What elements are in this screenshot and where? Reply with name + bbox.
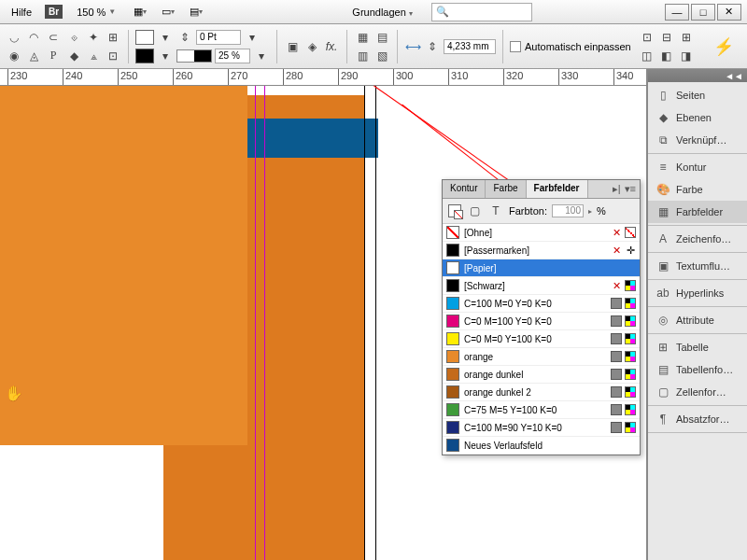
panel-swatches[interactable]: ▦Farbfelder [648, 201, 747, 223]
panel-links[interactable]: ⧉Verknüpf… [648, 129, 747, 151]
tool-icon[interactable]: ◠ [25, 29, 42, 46]
chevron-down-icon[interactable]: ▾ [157, 29, 174, 46]
textwrap-icon[interactable]: ▦ [354, 29, 371, 46]
tool-icon[interactable]: P [45, 48, 62, 64]
effects-icon[interactable]: ▣ [284, 38, 301, 55]
swatch-row[interactable]: C=100 M=0 Y=0 K=0 [443, 295, 640, 313]
fx-icon[interactable]: fx. [323, 38, 340, 55]
panel-pages[interactable]: ▯Seiten [648, 84, 747, 106]
shape-rect[interactable] [0, 86, 247, 445]
chevron-down-icon[interactable]: ▾ [253, 48, 270, 64]
swatch-row[interactable]: orange [443, 348, 640, 366]
tab-color[interactable]: Farbe [486, 180, 526, 198]
swatch-row[interactable]: C=0 M=0 Y=100 K=0 [443, 330, 640, 348]
guide-vertical[interactable] [264, 86, 265, 560]
swatch-row[interactable]: orange dunkel 2 [443, 384, 640, 401]
panel-menu-icon[interactable]: ▾≡ [625, 183, 636, 195]
formatting-container-icon[interactable]: ▢ [466, 203, 483, 219]
swatch-row[interactable]: [Papier] [443, 259, 640, 277]
guide-vertical[interactable] [375, 86, 376, 560]
fit-icon[interactable]: ⊡ [639, 29, 655, 46]
opacity-input[interactable]: 25 % [215, 49, 250, 63]
swatch-row[interactable]: C=0 M=100 Y=0 K=0 [443, 313, 640, 330]
swatch-row[interactable]: [Passermarken]✕✛ [443, 242, 640, 259]
guide-vertical[interactable] [255, 86, 256, 560]
stepper-icon[interactable]: ⇕ [176, 29, 193, 46]
ruler-tick: 300 [393, 69, 413, 85]
panel-parastyles[interactable]: ¶Absatzfor… [648, 408, 747, 430]
sidebar-collapse[interactable]: ◄◄ [648, 69, 747, 82]
screen-mode-icon[interactable]: ▭▾ [158, 2, 178, 22]
swatch-list[interactable]: [Ohne]✕[Passermarken]✕✛[Papier][Schwarz]… [443, 224, 640, 455]
panel-layers[interactable]: ◆Ebenen [648, 106, 747, 129]
swatch-row[interactable]: C=75 M=5 Y=100 K=0 [443, 401, 640, 419]
search-input[interactable]: 🔍 [431, 3, 532, 21]
arrange-icon[interactable]: ▤▾ [186, 2, 206, 22]
shape-rect[interactable] [247, 119, 378, 158]
stroke-swatch[interactable] [135, 49, 154, 63]
width-input[interactable]: 4,233 mm [444, 39, 496, 54]
chevron-down-icon[interactable]: ▾ [157, 48, 174, 64]
textwrap-icon[interactable]: ▥ [354, 48, 371, 64]
swatch-flags [611, 333, 636, 344]
horizontal-ruler[interactable]: 230240250260270280290300310320330340 [0, 69, 646, 86]
fill-stroke-toggle[interactable] [448, 204, 461, 217]
chevron-right-icon[interactable]: ▸ [588, 207, 592, 216]
maximize-button[interactable]: □ [691, 4, 715, 21]
panel-hyperlinks[interactable]: abHyperlinks [648, 282, 747, 304]
view-options-icon[interactable]: ▦▾ [130, 2, 150, 22]
guide-vertical[interactable] [364, 86, 365, 560]
tool-icon[interactable]: ✦ [85, 29, 102, 46]
panel-tablestyles[interactable]: ▤Tabellenfo… [648, 358, 747, 381]
tool-icon[interactable]: ◡ [6, 29, 22, 46]
minimize-button[interactable]: — [665, 4, 689, 21]
close-button[interactable]: ✕ [717, 4, 741, 21]
fit-icon[interactable]: ◫ [639, 48, 655, 64]
fit-icon[interactable]: ◨ [678, 48, 695, 64]
panel-textwrap[interactable]: ▣Textumflu… [648, 255, 747, 277]
workspace-select[interactable]: Grundlagen ▾ [346, 5, 418, 20]
tool-icon[interactable]: ◬ [25, 48, 42, 64]
panel-table[interactable]: ⊞Tabelle [648, 336, 747, 358]
fit-icon[interactable]: ◧ [658, 48, 675, 64]
tint-input[interactable]: 100 [552, 204, 584, 217]
tab-stroke[interactable]: Kontur [443, 180, 486, 198]
bridge-badge[interactable]: Br [45, 5, 63, 19]
tool-icon[interactable]: ◆ [65, 48, 82, 64]
stroke-weight-input[interactable]: 0 Pt [196, 30, 241, 45]
swatch-row[interactable]: [Ohne]✕ [443, 224, 640, 242]
panel-attributes[interactable]: ◎Attribute [648, 309, 747, 331]
swatch-row[interactable]: orange dunkel [443, 366, 640, 384]
tool-icon[interactable]: ⊞ [105, 29, 121, 46]
lightning-icon[interactable]: ⚡ [713, 36, 741, 57]
tool-icon[interactable]: ⟁ [85, 48, 102, 64]
swatch-row[interactable]: C=100 M=90 Y=10 K=0 [443, 419, 640, 437]
panel-charstyles[interactable]: AZeichenfo… [648, 228, 747, 250]
tool-icon[interactable]: ⊡ [105, 48, 121, 64]
tool-icon[interactable]: ⟐ [65, 29, 82, 46]
fit-icon[interactable]: ⊟ [658, 29, 675, 46]
expand-icon[interactable]: ▸| [613, 183, 621, 195]
fill-swatch[interactable] [135, 30, 154, 45]
tab-swatches[interactable]: Farbfelder [527, 180, 588, 198]
chevron-down-icon[interactable]: ▾ [244, 29, 261, 46]
panel-color[interactable]: 🎨Farbe [648, 178, 747, 201]
help-menu[interactable]: Hilfe [6, 5, 37, 20]
swatch-row[interactable]: Neues Verlaufsfeld [443, 437, 640, 455]
textwrap-icon[interactable]: ▧ [374, 48, 390, 64]
formatting-text-icon[interactable]: T [487, 203, 504, 219]
textwrap-icon[interactable]: ▤ [374, 29, 390, 46]
opacity-slider[interactable] [176, 49, 212, 63]
effects-icon[interactable]: ◈ [303, 38, 320, 55]
swatch-row[interactable]: [Schwarz]✕ [443, 277, 640, 295]
stepper-icon[interactable]: ⇕ [424, 38, 441, 55]
panel-cellstyles[interactable]: ▢Zellenfor… [648, 381, 747, 403]
autofit-checkbox[interactable]: Automatisch einpassen [510, 41, 631, 52]
tool-icon[interactable]: ⊂ [45, 29, 62, 46]
tool-icon[interactable]: ◉ [6, 48, 22, 64]
dimension-icon[interactable]: ⟷ [404, 38, 421, 55]
fit-icon[interactable]: ⊞ [678, 29, 695, 46]
panel-stroke[interactable]: ≡Kontur [648, 156, 747, 178]
swatches-panel[interactable]: Kontur Farbe Farbfelder ▸| ▾≡ ▢ T Farbto… [442, 179, 641, 455]
zoom-select[interactable]: 150 % ▼ [70, 4, 122, 21]
